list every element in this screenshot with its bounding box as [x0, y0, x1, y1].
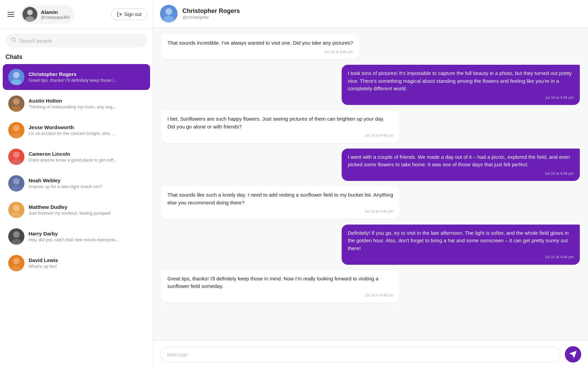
chat-item-harry-darby[interactable]: Harry Darby Hey, did you catch that new …	[3, 224, 150, 249]
message-row-3: I bet. Sunflowers are such happy flowers…	[161, 110, 580, 143]
chat-header-handle: @christopher	[182, 15, 240, 20]
message-bubble-4: I went with a couple of friends. We made…	[342, 149, 580, 181]
message-row-6: Definitely! If you go, try to visit in t…	[161, 225, 580, 265]
chat-avatar-noah-webley	[8, 175, 24, 191]
chats-section-label: Chats	[0, 52, 153, 63]
message-time-4: Jul 16 at 4:46 pm	[348, 171, 574, 177]
chat-preview-harry-darby: Hey, did you catch that new movie everyo…	[29, 237, 145, 242]
message-bubble-6: Definitely! If you go, try to visit in t…	[342, 225, 580, 265]
chat-header-avatar	[160, 5, 178, 22]
search-icon	[11, 37, 16, 44]
messages-container: That sounds incredible. I've always want…	[153, 28, 588, 340]
chat-info-jesse-wordsworth: Jesse Wordsworth I'm so excited for the …	[29, 124, 145, 136]
svg-point-19	[13, 178, 19, 185]
chat-item-matthew-dudley[interactable]: Matthew Dudley Just finished my workout,…	[3, 197, 150, 223]
chat-name-matthew-dudley: Matthew Dudley	[29, 204, 145, 210]
message-input[interactable]	[160, 347, 561, 363]
svg-line-5	[15, 41, 16, 42]
message-bubble-5: That sounds like such a lovely day. I ne…	[161, 186, 399, 219]
chat-item-cameron-lincoln[interactable]: Cameron Lincoln Does anyone know a good …	[3, 144, 150, 170]
message-input-area	[153, 340, 588, 368]
current-user-avatar	[22, 7, 37, 22]
chat-avatar-matthew-dudley	[8, 202, 24, 218]
chat-avatar-jesse-wordsworth	[8, 122, 24, 138]
chat-preview-austin-holton: Thinking of redecorating my room, any su…	[29, 104, 145, 109]
chat-name-christopher-rogers: Christopher Rogers	[29, 71, 145, 77]
main-chat: Christopher Rogers @christopher That sou…	[153, 0, 588, 368]
message-row-5: That sounds like such a lovely day. I ne…	[161, 186, 580, 219]
chat-info-harry-darby: Harry Darby Hey, did you catch that new …	[29, 231, 145, 242]
chat-info-christopher-rogers: Christopher Rogers Great tips, thanks! I…	[29, 71, 145, 83]
chat-info-cameron-lincoln: Cameron Lincoln Does anyone know a good …	[29, 151, 145, 163]
sign-out-label: Sign out	[124, 12, 142, 17]
current-user-info: Alamin @codepapa360	[20, 5, 75, 24]
chat-avatar-cameron-lincoln	[8, 149, 24, 165]
message-row-4: I went with a couple of friends. We made…	[161, 149, 580, 181]
current-user-handle: @codepapa360	[41, 15, 70, 20]
chat-item-noah-webley[interactable]: Noah Webley Anyone up for a late-night s…	[3, 170, 150, 196]
message-row-2: I took tons of pictures! It's impossible…	[161, 65, 580, 105]
svg-point-25	[13, 231, 19, 238]
svg-point-22	[13, 205, 19, 211]
chat-item-christopher-rogers[interactable]: Christopher Rogers Great tips, thanks! I…	[3, 64, 150, 90]
message-row-1: That sounds incredible. I've always want…	[161, 34, 580, 59]
chat-name-david-lewis: David Lewis	[29, 257, 145, 263]
svg-point-28	[13, 258, 19, 264]
chat-name-cameron-lincoln: Cameron Lincoln	[29, 151, 145, 157]
chat-name-noah-webley: Noah Webley	[29, 178, 145, 183]
chat-preview-jesse-wordsworth: I'm so excited for the concert tonight, …	[29, 131, 145, 136]
message-bubble-2: I took tons of pictures! It's impossible…	[342, 65, 580, 105]
chat-avatar-david-lewis	[8, 255, 24, 271]
message-row-7: Great tips, thanks! I'll definitely keep…	[161, 270, 580, 303]
send-button[interactable]	[565, 346, 581, 363]
message-time-1: Jul 16 at 4:46 pm	[167, 49, 353, 55]
chat-avatar-harry-darby	[8, 228, 24, 245]
chat-item-david-lewis[interactable]: David Lewis What's up bro!	[3, 250, 150, 276]
chat-item-austin-holton[interactable]: Austin Holton Thinking of redecorating m…	[3, 91, 150, 117]
svg-point-13	[13, 125, 19, 132]
sidebar-header: Alamin @codepapa360 Sign out	[0, 0, 153, 29]
chat-preview-christopher-rogers: Great tips, thanks! I'll definitely keep…	[29, 78, 145, 83]
message-time-5: Jul 16 at 4:46 pm	[167, 209, 393, 214]
search-container	[0, 29, 153, 52]
chat-preview-cameron-lincoln: Does anyone know a good place to get cof…	[29, 157, 145, 163]
chat-name-austin-holton: Austin Holton	[29, 98, 145, 104]
search-wrapper	[5, 34, 147, 47]
chat-info-david-lewis: David Lewis What's up bro!	[29, 257, 145, 269]
svg-point-31	[165, 8, 172, 15]
message-time-6: Jul 16 at 4:46 pm	[348, 254, 574, 260]
chat-header-name: Christopher Rogers	[182, 7, 240, 15]
message-time-2: Jul 16 at 4:46 pm	[348, 95, 574, 101]
search-input[interactable]	[19, 38, 142, 44]
svg-point-1	[27, 10, 33, 15]
chat-name-harry-darby: Harry Darby	[29, 231, 145, 236]
chat-avatar-austin-holton	[8, 95, 24, 112]
chat-preview-matthew-dudley: Just finished my workout, feeling pumped…	[29, 211, 145, 216]
sign-out-button[interactable]: Sign out	[111, 9, 147, 20]
svg-point-10	[13, 98, 19, 105]
chat-info-austin-holton: Austin Holton Thinking of redecorating m…	[29, 98, 145, 109]
message-bubble-7: Great tips, thanks! I'll definitely keep…	[161, 270, 399, 303]
hamburger-menu-button[interactable]	[5, 10, 16, 19]
chat-preview-noah-webley: Anyone up for a late-night snack run?	[29, 184, 145, 189]
current-user-text: Alamin @codepapa360	[41, 9, 70, 20]
message-bubble-1: That sounds incredible. I've always want…	[161, 34, 359, 59]
chat-name-jesse-wordsworth: Jesse Wordsworth	[29, 124, 145, 130]
current-user-name: Alamin	[41, 9, 70, 15]
message-time-7: Jul 16 at 4:46 pm	[167, 292, 393, 298]
chat-preview-david-lewis: What's up bro!	[29, 264, 145, 269]
chat-list: Christopher Rogers Great tips, thanks! I…	[0, 63, 153, 368]
message-bubble-3: I bet. Sunflowers are such happy flowers…	[161, 110, 399, 143]
chat-avatar-christopher-rogers	[8, 69, 24, 85]
svg-point-16	[13, 152, 19, 158]
svg-point-7	[13, 72, 19, 78]
chat-header: Christopher Rogers @christopher	[153, 0, 588, 28]
sidebar: Alamin @codepapa360 Sign out Chat	[0, 0, 153, 368]
message-time-3: Jul 16 at 4:46 pm	[167, 133, 393, 138]
chat-item-jesse-wordsworth[interactable]: Jesse Wordsworth I'm so excited for the …	[3, 117, 150, 143]
chat-info-matthew-dudley: Matthew Dudley Just finished my workout,…	[29, 204, 145, 216]
chat-info-noah-webley: Noah Webley Anyone up for a late-night s…	[29, 178, 145, 189]
chat-header-info: Christopher Rogers @christopher	[182, 7, 240, 20]
